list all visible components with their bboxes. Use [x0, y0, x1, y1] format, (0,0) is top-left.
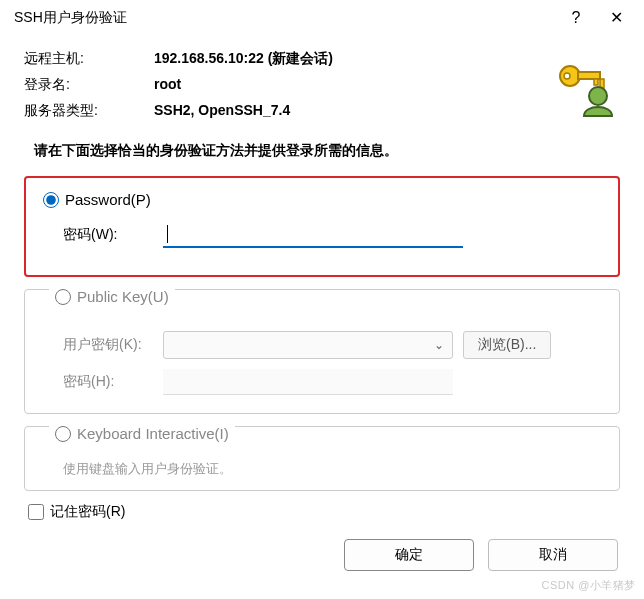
login-value: root [154, 76, 548, 94]
password-group: Password(P) 密码(W): [24, 176, 620, 277]
help-button[interactable]: ? [556, 2, 596, 34]
password-radio-label: Password(P) [65, 191, 151, 208]
passphrase-label: 密码(H): [63, 373, 153, 391]
keyboard-radio-row[interactable]: Keyboard Interactive(I) [49, 425, 235, 442]
keyboard-hint: 使用键盘输入用户身份验证。 [63, 460, 601, 478]
window-title: SSH用户身份验证 [14, 9, 127, 27]
remember-password-checkbox[interactable] [28, 504, 44, 520]
instruction-text: 请在下面选择恰当的身份验证方法并提供登录所需的信息。 [34, 142, 620, 160]
passphrase-input [163, 369, 453, 395]
remember-password-label: 记住密码(R) [50, 503, 125, 521]
browse-button[interactable]: 浏览(B)... [463, 331, 551, 359]
publickey-radio[interactable] [55, 289, 71, 305]
svg-rect-3 [594, 79, 598, 85]
login-label: 登录名: [24, 76, 154, 94]
svg-point-1 [564, 73, 570, 79]
dialog-buttons: 确定 取消 [24, 539, 620, 571]
keyboard-group: Keyboard Interactive(I) 使用键盘输入用户身份验证。 [24, 426, 620, 491]
window-controls: ? ✕ [556, 2, 636, 34]
ok-button[interactable]: 确定 [344, 539, 474, 571]
publickey-radio-label: Public Key(U) [77, 288, 169, 305]
close-button[interactable]: ✕ [596, 2, 636, 34]
key-user-icon [556, 54, 620, 118]
publickey-group: Public Key(U) 用户密钥(K): ⌄ 浏览(B)... 密码(H): [24, 289, 620, 414]
password-radio[interactable] [43, 192, 59, 208]
watermark: CSDN @小羊猪梦 [542, 578, 636, 593]
userkey-combo[interactable]: ⌄ [163, 331, 453, 359]
connection-info: 远程主机: 192.168.56.10:22 (新建会话) 登录名: root … [24, 50, 620, 120]
keyboard-radio[interactable] [55, 426, 71, 442]
remote-host-value: 192.168.56.10:22 (新建会话) [154, 50, 548, 68]
titlebar: SSH用户身份验证 ? ✕ [0, 0, 644, 36]
chevron-down-icon: ⌄ [434, 338, 444, 352]
cancel-button[interactable]: 取消 [488, 539, 618, 571]
password-input[interactable] [163, 222, 463, 248]
remember-password-row[interactable]: 记住密码(R) [28, 503, 620, 521]
publickey-radio-row[interactable]: Public Key(U) [49, 288, 175, 305]
keyboard-radio-label: Keyboard Interactive(I) [77, 425, 229, 442]
userkey-label: 用户密钥(K): [63, 336, 153, 354]
server-type-value: SSH2, OpenSSH_7.4 [154, 102, 548, 120]
svg-rect-2 [578, 72, 600, 79]
password-field-label: 密码(W): [63, 226, 153, 244]
server-type-label: 服务器类型: [24, 102, 154, 120]
text-caret [167, 225, 168, 243]
remote-host-label: 远程主机: [24, 50, 154, 68]
svg-point-5 [589, 87, 607, 105]
password-radio-row[interactable]: Password(P) [43, 191, 601, 208]
